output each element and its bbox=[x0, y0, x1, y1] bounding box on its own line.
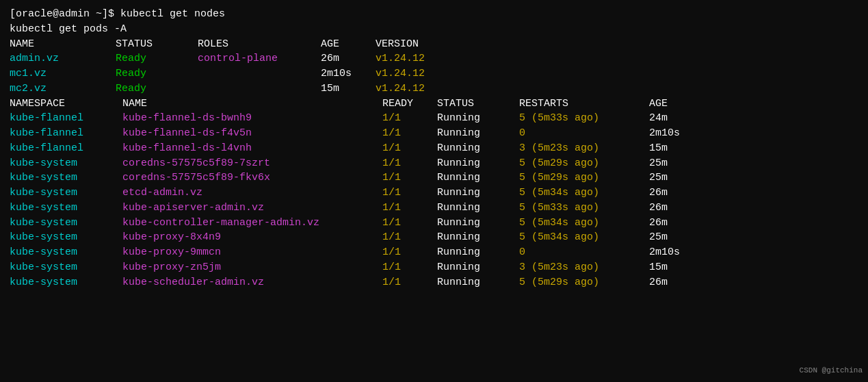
pod-row: kube-system coredns-57575c5f89-fkv6x 1/1… bbox=[10, 170, 858, 186]
node-name: mc1.vz bbox=[10, 66, 116, 81]
node-roles: control-plane bbox=[198, 51, 321, 66]
pod-name: kube-flannel-ds-bwnh9 bbox=[122, 111, 382, 126]
pods-table: kube-flannel kube-flannel-ds-bwnh9 1/1 R… bbox=[10, 111, 858, 290]
pod-row: kube-flannel kube-flannel-ds-bwnh9 1/1 R… bbox=[10, 111, 858, 126]
pod-ready: 1/1 bbox=[382, 216, 437, 231]
pod-age: 25m bbox=[649, 230, 704, 245]
pods-header-age: AGE bbox=[649, 97, 704, 112]
node-row: mc1.vz Ready 2m10s v1.24.12 bbox=[10, 66, 858, 81]
pods-header-namespace: NAMESPACE bbox=[10, 97, 122, 112]
pods-header-row: NAMESPACE NAME READY STATUS RESTARTS AGE bbox=[10, 97, 858, 112]
node-name: mc2.vz bbox=[10, 81, 116, 97]
pod-name: kube-proxy-zn5jm bbox=[122, 260, 382, 275]
pod-status: Running bbox=[437, 141, 519, 156]
watermark: CSDN @gitchina bbox=[800, 366, 863, 377]
pod-name: kube-scheduler-admin.vz bbox=[122, 275, 382, 290]
pod-row: kube-flannel kube-flannel-ds-l4vnh 1/1 R… bbox=[10, 141, 858, 156]
pods-header-status: STATUS bbox=[437, 97, 519, 112]
pod-name: kube-apiserver-admin.vz bbox=[122, 201, 382, 216]
pod-restarts: 5 (5m29s ago) bbox=[519, 275, 649, 290]
pod-row: kube-system kube-proxy-zn5jm 1/1 Running… bbox=[10, 260, 858, 275]
pod-age: 26m bbox=[649, 201, 704, 216]
pod-name: kube-flannel-ds-l4vnh bbox=[122, 141, 382, 156]
pod-status: Running bbox=[437, 186, 519, 201]
pod-restarts: 5 (5m34s ago) bbox=[519, 216, 649, 231]
pod-namespace: kube-flannel bbox=[10, 111, 122, 126]
pod-row: kube-system kube-apiserver-admin.vz 1/1 … bbox=[10, 201, 858, 216]
nodes-header-name: NAME bbox=[10, 37, 116, 52]
nodes-header-roles: ROLES bbox=[198, 37, 321, 52]
pod-restarts: 5 (5m33s ago) bbox=[519, 201, 649, 216]
nodes-header-status: STATUS bbox=[116, 37, 198, 52]
pod-age: 15m bbox=[649, 260, 704, 275]
pod-age: 24m bbox=[649, 111, 704, 126]
pod-row: kube-system kube-scheduler-admin.vz 1/1 … bbox=[10, 275, 858, 290]
node-status: Ready bbox=[116, 51, 198, 66]
pod-ready: 1/1 bbox=[382, 260, 437, 275]
node-version: v1.24.12 bbox=[376, 81, 458, 97]
node-roles bbox=[198, 81, 321, 97]
pod-status: Running bbox=[437, 201, 519, 216]
pod-status: Running bbox=[437, 111, 519, 126]
node-version: v1.24.12 bbox=[376, 51, 458, 66]
pod-row: kube-flannel kube-flannel-ds-f4v5n 1/1 R… bbox=[10, 126, 858, 141]
prompt-line: [oracle@admin ~]$ kubectl get nodes bbox=[10, 7, 858, 22]
pod-age: 15m bbox=[649, 141, 704, 156]
node-name: admin.vz bbox=[10, 51, 116, 66]
pod-status: Running bbox=[437, 275, 519, 290]
terminal: [oracle@admin ~]$ kubectl get nodes kube… bbox=[10, 7, 858, 290]
nodes-header-age: AGE bbox=[321, 37, 376, 52]
pod-status: Running bbox=[437, 170, 519, 186]
pod-namespace: kube-system bbox=[10, 156, 122, 171]
pod-age: 25m bbox=[649, 156, 704, 171]
pod-name: kube-controller-manager-admin.vz bbox=[122, 216, 382, 231]
pod-row: kube-system etcd-admin.vz 1/1 Running 5 … bbox=[10, 186, 858, 201]
prompt-text: [oracle@admin ~]$ kubectl get nodes bbox=[10, 7, 225, 22]
pod-age: 26m bbox=[649, 186, 704, 201]
pod-status: Running bbox=[437, 260, 519, 275]
pod-name: coredns-57575c5f89-7szrt bbox=[122, 156, 382, 171]
node-row: admin.vz Ready control-plane 26m v1.24.1… bbox=[10, 51, 858, 66]
pod-restarts: 3 (5m23s ago) bbox=[519, 260, 649, 275]
pod-restarts: 5 (5m29s ago) bbox=[519, 170, 649, 186]
pod-age: 25m bbox=[649, 170, 704, 186]
pod-namespace: kube-flannel bbox=[10, 141, 122, 156]
node-age: 15m bbox=[321, 81, 376, 97]
pod-restarts: 0 bbox=[519, 245, 649, 260]
node-roles bbox=[198, 66, 321, 81]
pod-name: kube-proxy-9mmcn bbox=[122, 245, 382, 260]
pod-namespace: kube-system bbox=[10, 230, 122, 245]
pod-age: 26m bbox=[649, 275, 704, 290]
pod-namespace: kube-system bbox=[10, 216, 122, 231]
pod-restarts: 5 (5m29s ago) bbox=[519, 156, 649, 171]
pod-age: 2m10s bbox=[649, 126, 704, 141]
pod-status: Running bbox=[437, 156, 519, 171]
node-row: mc2.vz Ready 15m v1.24.12 bbox=[10, 81, 858, 97]
pod-row: kube-system kube-proxy-9mmcn 1/1 Running… bbox=[10, 245, 858, 260]
pod-namespace: kube-system bbox=[10, 201, 122, 216]
pod-ready: 1/1 bbox=[382, 245, 437, 260]
pod-ready: 1/1 bbox=[382, 275, 437, 290]
pods-header-name: NAME bbox=[122, 97, 382, 112]
pod-namespace: kube-flannel bbox=[10, 126, 122, 141]
nodes-table: admin.vz Ready control-plane 26m v1.24.1… bbox=[10, 51, 858, 96]
pod-age: 26m bbox=[649, 216, 704, 231]
pod-status: Running bbox=[437, 230, 519, 245]
pod-row: kube-system coredns-57575c5f89-7szrt 1/1… bbox=[10, 156, 858, 171]
pod-status: Running bbox=[437, 245, 519, 260]
pod-restarts: 0 bbox=[519, 126, 649, 141]
pod-namespace: kube-system bbox=[10, 186, 122, 201]
pod-namespace: kube-system bbox=[10, 245, 122, 260]
pod-ready: 1/1 bbox=[382, 141, 437, 156]
pod-namespace: kube-system bbox=[10, 275, 122, 290]
pod-restarts: 5 (5m34s ago) bbox=[519, 186, 649, 201]
pod-ready: 1/1 bbox=[382, 111, 437, 126]
pod-restarts: 5 (5m33s ago) bbox=[519, 111, 649, 126]
pod-status: Running bbox=[437, 126, 519, 141]
pod-ready: 1/1 bbox=[382, 230, 437, 245]
pod-ready: 1/1 bbox=[382, 186, 437, 201]
pod-age: 2m10s bbox=[649, 245, 704, 260]
cmd2-text: kubectl get pods -A bbox=[10, 22, 127, 37]
pod-row: kube-system kube-proxy-8x4n9 1/1 Running… bbox=[10, 230, 858, 245]
pod-name: coredns-57575c5f89-fkv6x bbox=[122, 170, 382, 186]
